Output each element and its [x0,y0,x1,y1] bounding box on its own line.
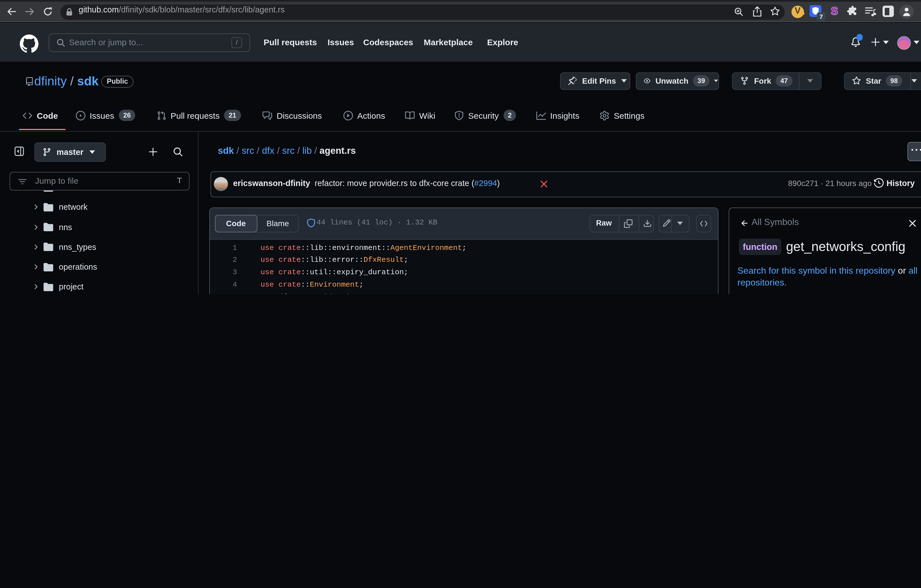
svg-text:S: S [831,5,838,17]
